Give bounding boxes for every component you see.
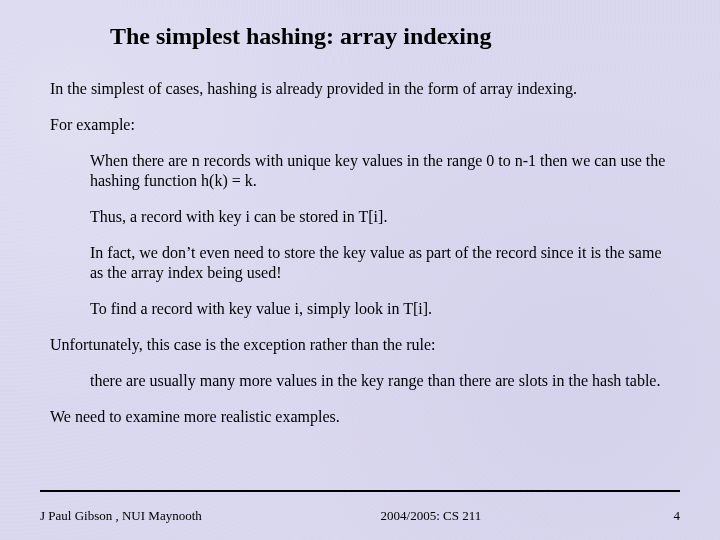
slide-body: In the simplest of cases, hashing is alr… bbox=[40, 79, 680, 427]
paragraph: To find a record with key value i, simpl… bbox=[90, 299, 670, 319]
paragraph: In the simplest of cases, hashing is alr… bbox=[50, 79, 670, 99]
slide: The simplest hashing: array indexing In … bbox=[0, 0, 720, 540]
paragraph: In fact, we don’t even need to store the… bbox=[90, 243, 670, 283]
paragraph: Unfortunately, this case is the exceptio… bbox=[50, 335, 670, 355]
paragraph: For example: bbox=[50, 115, 670, 135]
footer-page-number: 4 bbox=[660, 508, 680, 524]
footer-divider bbox=[40, 490, 680, 492]
slide-title: The simplest hashing: array indexing bbox=[110, 22, 680, 51]
paragraph: there are usually many more values in th… bbox=[90, 371, 670, 391]
footer-course: 2004/2005: CS 211 bbox=[202, 508, 660, 524]
footer-author: J Paul Gibson , NUI Maynooth bbox=[40, 508, 202, 524]
slide-footer: J Paul Gibson , NUI Maynooth 2004/2005: … bbox=[0, 508, 720, 524]
paragraph: We need to examine more realistic exampl… bbox=[50, 407, 670, 427]
paragraph: When there are n records with unique key… bbox=[90, 151, 670, 191]
paragraph: Thus, a record with key i can be stored … bbox=[90, 207, 670, 227]
